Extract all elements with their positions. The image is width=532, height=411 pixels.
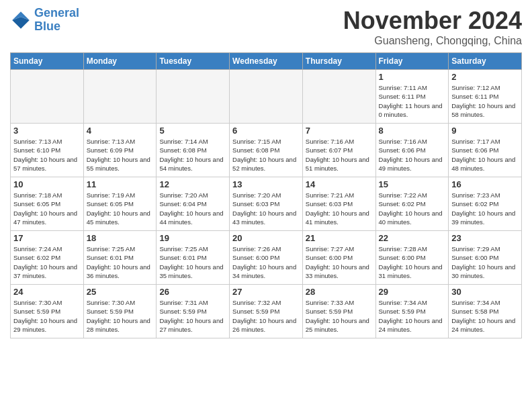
calendar-cell: 17Sunrise: 7:24 AM Sunset: 6:02 PM Dayli…: [11, 231, 84, 285]
day-info: Sunrise: 7:30 AM Sunset: 5:59 PM Dayligh…: [13, 298, 81, 334]
calendar-cell: 4Sunrise: 7:13 AM Sunset: 6:09 PM Daylig…: [83, 124, 157, 177]
weekday-header-saturday: Saturday: [449, 53, 522, 70]
day-number: 27: [232, 287, 300, 297]
calendar-cell: 15Sunrise: 7:22 AM Sunset: 6:02 PM Dayli…: [375, 177, 449, 231]
day-number: 3: [13, 126, 81, 136]
day-number: 14: [306, 179, 373, 189]
day-number: 8: [379, 126, 446, 136]
day-number: 9: [451, 126, 519, 136]
calendar-cell: [157, 70, 230, 124]
weekday-header-monday: Monday: [83, 53, 157, 70]
day-info: Sunrise: 7:21 AM Sunset: 6:03 PM Dayligh…: [306, 191, 373, 226]
day-info: Sunrise: 7:34 AM Sunset: 5:58 PM Dayligh…: [451, 298, 519, 334]
day-number: 20: [232, 233, 300, 243]
day-info: Sunrise: 7:14 AM Sunset: 6:08 PM Dayligh…: [159, 137, 226, 173]
day-number: 19: [159, 233, 226, 243]
day-number: 22: [379, 233, 446, 243]
calendar-cell: 11Sunrise: 7:19 AM Sunset: 6:05 PM Dayli…: [83, 177, 157, 231]
calendar-cell: 8Sunrise: 7:16 AM Sunset: 6:06 PM Daylig…: [375, 124, 449, 177]
weekday-header-row: SundayMondayTuesdayWednesdayThursdayFrid…: [11, 53, 522, 70]
day-info: Sunrise: 7:17 AM Sunset: 6:06 PM Dayligh…: [451, 137, 519, 173]
day-info: Sunrise: 7:20 AM Sunset: 6:03 PM Dayligh…: [232, 191, 300, 226]
day-number: 18: [87, 233, 154, 243]
day-number: 4: [87, 126, 154, 136]
day-info: Sunrise: 7:18 AM Sunset: 6:05 PM Dayligh…: [13, 191, 81, 226]
week-row-3: 10Sunrise: 7:18 AM Sunset: 6:05 PM Dayli…: [11, 177, 522, 231]
calendar-cell: [83, 70, 157, 124]
calendar-cell: 3Sunrise: 7:13 AM Sunset: 6:10 PM Daylig…: [11, 124, 84, 177]
weekday-header-thursday: Thursday: [302, 53, 375, 70]
logo: General Blue: [10, 7, 79, 34]
day-number: 10: [13, 179, 81, 189]
location: Guansheng, Chongqing, China: [343, 35, 522, 47]
calendar-cell: [230, 70, 303, 124]
day-number: 2: [451, 72, 519, 82]
weekday-header-wednesday: Wednesday: [230, 53, 303, 70]
calendar-cell: 20Sunrise: 7:26 AM Sunset: 6:00 PM Dayli…: [230, 231, 303, 285]
day-number: 17: [13, 233, 81, 243]
day-info: Sunrise: 7:22 AM Sunset: 6:02 PM Dayligh…: [379, 191, 446, 226]
day-number: 21: [306, 233, 373, 243]
calendar-cell: 23Sunrise: 7:29 AM Sunset: 6:00 PM Dayli…: [449, 231, 522, 285]
calendar-cell: 27Sunrise: 7:32 AM Sunset: 5:59 PM Dayli…: [230, 285, 303, 338]
day-number: 7: [306, 126, 373, 136]
day-number: 12: [159, 179, 226, 189]
calendar-cell: [11, 70, 84, 124]
calendar-cell: 30Sunrise: 7:34 AM Sunset: 5:58 PM Dayli…: [449, 285, 522, 338]
day-number: 13: [232, 179, 300, 189]
calendar-cell: 14Sunrise: 7:21 AM Sunset: 6:03 PM Dayli…: [302, 177, 375, 231]
calendar-cell: 9Sunrise: 7:17 AM Sunset: 6:06 PM Daylig…: [449, 124, 522, 177]
week-row-4: 17Sunrise: 7:24 AM Sunset: 6:02 PM Dayli…: [11, 231, 522, 285]
day-number: 5: [159, 126, 226, 136]
calendar-cell: 6Sunrise: 7:15 AM Sunset: 6:08 PM Daylig…: [230, 124, 303, 177]
calendar-cell: 1Sunrise: 7:11 AM Sunset: 6:11 PM Daylig…: [375, 70, 449, 124]
weekday-header-tuesday: Tuesday: [157, 53, 230, 70]
header: General Blue November 2024 Guansheng, Ch…: [10, 7, 522, 47]
calendar-cell: 5Sunrise: 7:14 AM Sunset: 6:08 PM Daylig…: [157, 124, 230, 177]
day-info: Sunrise: 7:20 AM Sunset: 6:04 PM Dayligh…: [159, 191, 226, 226]
day-number: 1: [379, 72, 446, 82]
calendar-cell: 22Sunrise: 7:28 AM Sunset: 6:00 PM Dayli…: [375, 231, 449, 285]
day-info: Sunrise: 7:26 AM Sunset: 6:00 PM Dayligh…: [232, 244, 300, 280]
page: General Blue November 2024 Guansheng, Ch…: [0, 0, 532, 345]
day-info: Sunrise: 7:30 AM Sunset: 5:59 PM Dayligh…: [87, 298, 154, 334]
day-number: 15: [379, 179, 446, 189]
logo-icon: [10, 9, 32, 31]
calendar-cell: 18Sunrise: 7:25 AM Sunset: 6:01 PM Dayli…: [83, 231, 157, 285]
calendar-cell: [302, 70, 375, 124]
day-number: 26: [159, 287, 226, 297]
week-row-2: 3Sunrise: 7:13 AM Sunset: 6:10 PM Daylig…: [11, 124, 522, 177]
week-row-1: 1Sunrise: 7:11 AM Sunset: 6:11 PM Daylig…: [11, 70, 522, 124]
day-info: Sunrise: 7:24 AM Sunset: 6:02 PM Dayligh…: [13, 244, 81, 280]
day-info: Sunrise: 7:25 AM Sunset: 6:01 PM Dayligh…: [87, 244, 154, 280]
day-number: 25: [87, 287, 154, 297]
day-number: 23: [451, 233, 519, 243]
calendar-cell: 28Sunrise: 7:33 AM Sunset: 5:59 PM Dayli…: [302, 285, 375, 338]
title-block: November 2024 Guansheng, Chongqing, Chin…: [343, 7, 522, 47]
day-info: Sunrise: 7:32 AM Sunset: 5:59 PM Dayligh…: [232, 298, 300, 334]
day-info: Sunrise: 7:34 AM Sunset: 5:59 PM Dayligh…: [379, 298, 446, 334]
weekday-header-sunday: Sunday: [11, 53, 84, 70]
day-info: Sunrise: 7:11 AM Sunset: 6:11 PM Dayligh…: [379, 83, 446, 119]
weekday-header-friday: Friday: [375, 53, 449, 70]
day-number: 30: [451, 287, 519, 297]
day-info: Sunrise: 7:19 AM Sunset: 6:05 PM Dayligh…: [87, 191, 154, 226]
calendar-cell: 26Sunrise: 7:31 AM Sunset: 5:59 PM Dayli…: [157, 285, 230, 338]
calendar-cell: 21Sunrise: 7:27 AM Sunset: 6:00 PM Dayli…: [302, 231, 375, 285]
day-info: Sunrise: 7:27 AM Sunset: 6:00 PM Dayligh…: [306, 244, 373, 280]
day-info: Sunrise: 7:15 AM Sunset: 6:08 PM Dayligh…: [232, 137, 300, 173]
calendar-cell: 25Sunrise: 7:30 AM Sunset: 5:59 PM Dayli…: [83, 285, 157, 338]
calendar-cell: 24Sunrise: 7:30 AM Sunset: 5:59 PM Dayli…: [11, 285, 84, 338]
calendar-cell: 13Sunrise: 7:20 AM Sunset: 6:03 PM Dayli…: [230, 177, 303, 231]
day-info: Sunrise: 7:12 AM Sunset: 6:11 PM Dayligh…: [451, 83, 519, 119]
day-info: Sunrise: 7:25 AM Sunset: 6:01 PM Dayligh…: [159, 244, 226, 280]
logo-text: General Blue: [34, 7, 79, 34]
day-info: Sunrise: 7:13 AM Sunset: 6:09 PM Dayligh…: [87, 137, 154, 173]
day-number: 16: [451, 179, 519, 189]
calendar-cell: 19Sunrise: 7:25 AM Sunset: 6:01 PM Dayli…: [157, 231, 230, 285]
calendar-table: SundayMondayTuesdayWednesdayThursdayFrid…: [10, 52, 522, 338]
calendar-cell: 16Sunrise: 7:23 AM Sunset: 6:02 PM Dayli…: [449, 177, 522, 231]
day-info: Sunrise: 7:33 AM Sunset: 5:59 PM Dayligh…: [306, 298, 373, 334]
day-info: Sunrise: 7:16 AM Sunset: 6:06 PM Dayligh…: [379, 137, 446, 173]
day-number: 24: [13, 287, 81, 297]
